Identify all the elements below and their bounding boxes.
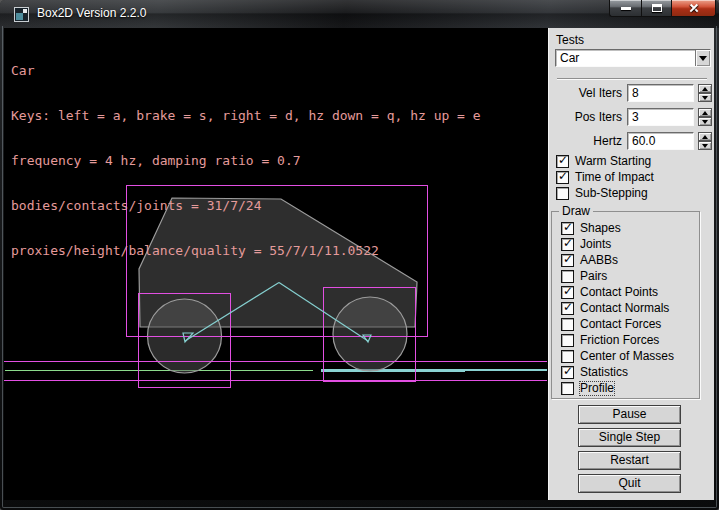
checkmark-icon: ✓ — [558, 169, 568, 183]
separator-line — [557, 78, 707, 80]
spinner-down-button[interactable] — [698, 93, 712, 102]
checkbox-label: Friction Forces — [580, 334, 659, 347]
checkbox-icon: ✓ — [561, 366, 574, 379]
checkbox-label: Time of Impact — [575, 171, 654, 184]
restart-button[interactable]: Restart — [578, 451, 681, 470]
vel-iters-label: Vel Iters — [548, 84, 622, 102]
checkmark-icon: ✓ — [563, 364, 573, 378]
checkmark-icon: ✓ — [563, 252, 573, 266]
checkbox-label: Contact Forces — [580, 318, 661, 331]
hertz-spinner — [698, 132, 712, 150]
pos-iters-row: Pos Iters 3 — [548, 108, 714, 126]
pos-iters-input[interactable]: 3 — [627, 108, 694, 126]
close-button[interactable] — [672, 0, 716, 17]
dropdown-arrow-button[interactable] — [695, 50, 710, 66]
checkbox-icon: ✓ — [561, 382, 574, 395]
hud-line-frequency: frequency = 4 hz, damping ratio = 0.7 — [11, 153, 481, 168]
checkmark-icon: ✓ — [563, 236, 573, 250]
checkbox-icon: ✓ — [561, 222, 574, 235]
hud-line-proxies: proxies/height/balance/quality = 55/7/1/… — [11, 243, 481, 258]
checkbox-icon: ✓ — [561, 350, 574, 363]
single-step-button[interactable]: Single Step — [578, 428, 681, 447]
hud-text: Car Keys: left = a, brake = s, right = d… — [11, 33, 481, 288]
checkbox-icon: ✓ — [556, 187, 569, 200]
chevron-down-icon — [699, 56, 707, 61]
checkbox-label: Shapes — [580, 222, 621, 235]
checkbox-icon: ✓ — [561, 302, 574, 315]
minimize-icon — [621, 7, 631, 10]
control-panel: Tests Car Vel Iters 8 Pos Iters 3 Hertz — [548, 28, 714, 500]
hud-line-title: Car — [11, 63, 481, 78]
checkbox-label: Pairs — [580, 270, 607, 283]
vel-iters-value: 8 — [632, 86, 639, 100]
vel-iters-spinner — [698, 84, 712, 102]
checkbox-icon: ✓ — [561, 270, 574, 283]
car-wheel-right — [333, 297, 407, 371]
checkbox-label: Statistics — [580, 366, 628, 379]
app-icon-teal-square — [16, 13, 23, 20]
pause-button[interactable]: Pause — [578, 405, 681, 424]
arrow-up-icon — [702, 135, 708, 139]
vel-iters-row: Vel Iters 8 — [548, 84, 714, 102]
checkbox-icon: ✓ — [556, 171, 569, 184]
checkbox-label: Joints — [580, 238, 611, 251]
checkbox-label: AABBs — [580, 254, 618, 267]
checkmark-icon: ✓ — [558, 153, 568, 167]
minimize-button[interactable] — [609, 0, 641, 17]
tests-dropdown[interactable]: Car — [555, 49, 711, 67]
pos-iters-label: Pos Iters — [548, 108, 622, 126]
vel-iters-input[interactable]: 8 — [627, 84, 694, 102]
checkbox-label: Contact Points — [580, 286, 658, 299]
quit-button[interactable]: Quit — [578, 474, 681, 493]
close-icon — [688, 2, 700, 14]
hud-line-keys: Keys: left = a, brake = s, right = d, hz… — [11, 108, 481, 123]
checkbox-icon: ✓ — [561, 286, 574, 299]
caption-buttons — [609, 0, 716, 17]
hertz-row: Hertz 60.0 — [548, 132, 714, 150]
checkmark-icon: ✓ — [563, 300, 573, 314]
hertz-label: Hertz — [548, 132, 622, 150]
tests-label: Tests — [556, 33, 584, 47]
checkbox-label: Center of Masses — [580, 350, 674, 363]
checkbox-icon: ✓ — [561, 254, 574, 267]
pos-iters-value: 3 — [632, 110, 639, 124]
checkbox-icon: ✓ — [561, 334, 574, 347]
title-bar[interactable]: Box2D Version 2.2.0 — [0, 0, 719, 28]
tests-dropdown-value: Car — [560, 51, 579, 65]
checkbox-icon: ✓ — [561, 238, 574, 251]
arrow-down-icon — [702, 144, 708, 148]
window-title: Box2D Version 2.2.0 — [37, 6, 146, 20]
arrow-down-icon — [702, 120, 708, 124]
spinner-down-button[interactable] — [698, 117, 712, 126]
arrow-down-icon — [702, 96, 708, 100]
draw-group-box: Draw ✓ Shapes ✓ Joints ✓ AABBs ✓ Pairs ✓… — [551, 211, 700, 399]
checkbox-icon: ✓ — [556, 155, 569, 168]
checkmark-icon: ✓ — [563, 284, 573, 298]
checkbox-label: Profile — [580, 382, 614, 395]
hud-line-bodies: bodies/contacts/joints = 31/7/24 — [11, 198, 481, 213]
spinner-up-button[interactable] — [698, 132, 712, 141]
hertz-value: 60.0 — [632, 134, 655, 148]
pos-iters-spinner — [698, 108, 712, 126]
checkmark-icon: ✓ — [563, 220, 573, 234]
maximize-button[interactable] — [641, 0, 672, 17]
app-icon — [14, 7, 29, 22]
spinner-down-button[interactable] — [698, 141, 712, 150]
spinner-up-button[interactable] — [698, 84, 712, 93]
maximize-icon — [652, 4, 662, 12]
checkbox-label: Sub-Stepping — [575, 187, 648, 200]
app-icon-dot — [23, 9, 27, 13]
checkbox-label: Warm Starting — [575, 155, 651, 168]
simulation-canvas[interactable]: Car Keys: left = a, brake = s, right = d… — [4, 28, 548, 500]
app-window: Box2D Version 2.2.0 — [0, 0, 719, 510]
hertz-input[interactable]: 60.0 — [627, 132, 694, 150]
spinner-up-button[interactable] — [698, 108, 712, 117]
checkbox-icon: ✓ — [561, 318, 574, 331]
draw-group-title: Draw — [559, 205, 593, 218]
arrow-up-icon — [702, 111, 708, 115]
checkbox-label: Contact Normals — [580, 302, 669, 315]
arrow-up-icon — [702, 87, 708, 91]
